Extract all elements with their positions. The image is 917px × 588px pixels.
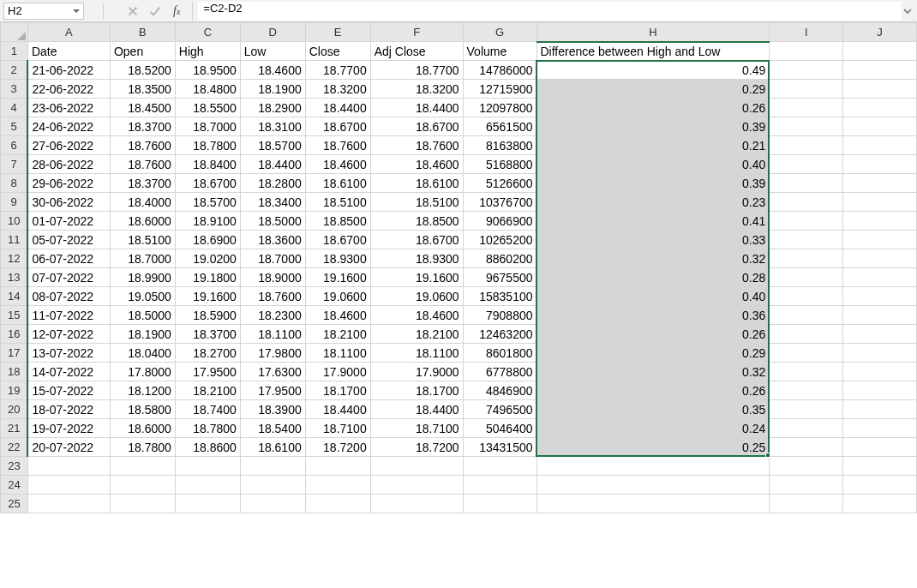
cell-high[interactable]: 18.9100 [175, 212, 240, 231]
cell-vol[interactable]: 6561500 [463, 117, 536, 136]
cell[interactable] [770, 249, 843, 268]
cell-date[interactable]: 15-07-2022 [27, 381, 110, 400]
cell-vol[interactable]: 8860200 [463, 249, 536, 268]
cell[interactable] [27, 495, 110, 513]
cell-close[interactable]: 17.9000 [305, 363, 370, 381]
cell-diff[interactable]: 0.33 [536, 231, 770, 249]
cell[interactable] [370, 476, 463, 495]
row-header-11[interactable]: 11 [1, 231, 28, 249]
cell-vol[interactable]: 8601800 [463, 344, 536, 363]
cell-open[interactable]: 18.7600 [110, 136, 175, 155]
cell[interactable] [770, 419, 843, 438]
cell-diff[interactable]: 0.28 [536, 268, 770, 287]
cell[interactable] [843, 212, 917, 231]
cell-low[interactable]: 17.6300 [240, 363, 305, 381]
cell[interactable] [843, 174, 917, 193]
cell[interactable] [240, 476, 305, 495]
cell-vol[interactable]: 7908800 [463, 306, 536, 325]
col-header-I[interactable]: I [770, 23, 843, 42]
row-header-5[interactable]: 5 [1, 117, 28, 136]
cell[interactable] [770, 155, 843, 174]
cell-close[interactable]: 18.2100 [305, 325, 370, 344]
cell-close[interactable]: 18.5100 [305, 193, 370, 212]
cell-vol[interactable]: 7496500 [463, 400, 536, 419]
cell-open[interactable]: 18.5100 [110, 231, 175, 249]
cell-date[interactable]: 18-07-2022 [27, 400, 110, 419]
cell[interactable] [843, 495, 917, 513]
cell-vol[interactable]: 4846900 [463, 381, 536, 400]
cell-open[interactable]: 18.6000 [110, 212, 175, 231]
cell-adj[interactable]: 18.6700 [370, 117, 463, 136]
row-header-7[interactable]: 7 [1, 155, 28, 174]
cell-date[interactable]: 29-06-2022 [27, 174, 110, 193]
name-box[interactable]: H2 [3, 3, 84, 20]
cell-close[interactable]: 18.4600 [305, 306, 370, 325]
header-cell[interactable]: Volume [463, 42, 536, 61]
cell[interactable] [463, 476, 536, 495]
cell-date[interactable]: 01-07-2022 [27, 212, 110, 231]
cell-low[interactable]: 18.3400 [240, 193, 305, 212]
cell[interactable] [770, 287, 843, 306]
cell[interactable] [843, 136, 917, 155]
cell-adj[interactable]: 18.4600 [370, 155, 463, 174]
cell-open[interactable]: 18.0400 [110, 344, 175, 363]
cell-adj[interactable]: 18.6700 [370, 231, 463, 249]
cell-adj[interactable]: 18.4400 [370, 400, 463, 419]
cell-low[interactable]: 18.2300 [240, 306, 305, 325]
cell[interactable] [843, 80, 917, 99]
row-header-25[interactable]: 25 [1, 495, 28, 513]
cell-adj[interactable]: 18.2100 [370, 325, 463, 344]
cell-diff[interactable]: 0.39 [536, 174, 770, 193]
cell-high[interactable]: 18.7400 [175, 400, 240, 419]
cell-low[interactable]: 18.2800 [240, 174, 305, 193]
cell-diff[interactable]: 0.26 [536, 325, 770, 344]
cell-low[interactable]: 18.1100 [240, 325, 305, 344]
cell[interactable] [843, 231, 917, 249]
cell-open[interactable]: 18.3700 [110, 174, 175, 193]
cell-vol[interactable]: 8163800 [463, 136, 536, 155]
cell[interactable] [843, 476, 917, 495]
cell-open[interactable]: 18.4500 [110, 99, 175, 117]
col-header-C[interactable]: C [175, 23, 240, 42]
cell-high[interactable]: 18.2700 [175, 344, 240, 363]
cell-vol[interactable]: 14786000 [463, 61, 536, 80]
cell-diff[interactable]: 0.36 [536, 306, 770, 325]
cell-open[interactable]: 18.9900 [110, 268, 175, 287]
cell[interactable] [843, 193, 917, 212]
cell-close[interactable]: 18.8500 [305, 212, 370, 231]
cell-adj[interactable]: 18.1100 [370, 344, 463, 363]
cell[interactable] [110, 495, 175, 513]
cell-close[interactable]: 19.0600 [305, 287, 370, 306]
cell[interactable] [463, 495, 536, 513]
cell-diff[interactable]: 0.32 [536, 249, 770, 268]
cell-date[interactable]: 30-06-2022 [27, 193, 110, 212]
cell-low[interactable]: 18.4400 [240, 155, 305, 174]
cell-adj[interactable]: 19.1600 [370, 268, 463, 287]
cell[interactable] [770, 476, 843, 495]
cell-open[interactable]: 18.7000 [110, 249, 175, 268]
cell-diff[interactable]: 0.39 [536, 117, 770, 136]
cell-open[interactable]: 18.4000 [110, 193, 175, 212]
cell-low[interactable]: 18.2900 [240, 99, 305, 117]
cell-close[interactable]: 18.4600 [305, 155, 370, 174]
cell-diff[interactable]: 0.49 [536, 61, 770, 80]
cell-open[interactable]: 18.3700 [110, 117, 175, 136]
cell-date[interactable]: 06-07-2022 [27, 249, 110, 268]
cell-adj[interactable]: 18.9300 [370, 249, 463, 268]
cell-diff[interactable]: 0.25 [536, 438, 770, 457]
cell-close[interactable]: 18.6700 [305, 117, 370, 136]
col-header-B[interactable]: B [110, 23, 175, 42]
row-header-10[interactable]: 10 [1, 212, 28, 231]
cell-open[interactable]: 18.6000 [110, 419, 175, 438]
row-header-8[interactable]: 8 [1, 174, 28, 193]
cell-high[interactable]: 19.1800 [175, 268, 240, 287]
header-cell[interactable]: Date [27, 42, 110, 61]
cell[interactable] [110, 476, 175, 495]
row-header-9[interactable]: 9 [1, 193, 28, 212]
cell[interactable] [843, 117, 917, 136]
cell[interactable] [843, 325, 917, 344]
cell[interactable] [843, 438, 917, 457]
cell[interactable] [27, 476, 110, 495]
cell[interactable] [770, 80, 843, 99]
cell-low[interactable]: 18.3900 [240, 400, 305, 419]
